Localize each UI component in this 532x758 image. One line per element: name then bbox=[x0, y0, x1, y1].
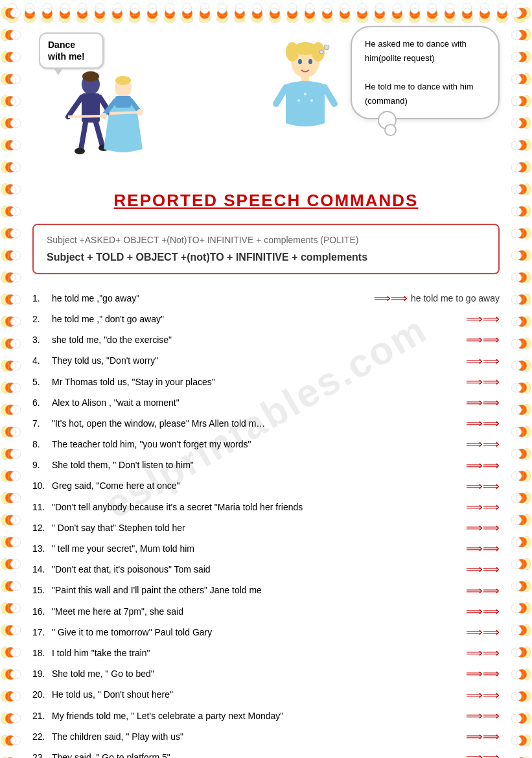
svg-point-126 bbox=[374, 15, 386, 23]
exercise-text: They told us, "Don't worry" bbox=[52, 355, 461, 368]
svg-point-618 bbox=[523, 117, 531, 129]
svg-point-654 bbox=[523, 250, 531, 261]
svg-point-653 bbox=[511, 229, 522, 238]
svg-point-763 bbox=[516, 647, 527, 657]
svg-point-553 bbox=[5, 713, 16, 724]
svg-point-179 bbox=[515, 3, 524, 14]
svg-point-687 bbox=[523, 360, 531, 372]
svg-point-378 bbox=[1, 73, 9, 85]
svg-point-473 bbox=[10, 405, 21, 414]
svg-point-60 bbox=[181, 15, 193, 23]
exercise-arrow: ⟹⟹ bbox=[466, 416, 500, 432]
svg-point-728 bbox=[511, 515, 522, 525]
svg-point-441 bbox=[1, 294, 9, 305]
svg-point-2 bbox=[8, 3, 17, 14]
svg-point-702 bbox=[523, 426, 531, 438]
exercise-number: 21. bbox=[32, 710, 52, 723]
svg-point-612 bbox=[523, 95, 531, 107]
svg-point-710 bbox=[511, 449, 522, 458]
svg-point-588 bbox=[523, 7, 531, 19]
svg-rect-817 bbox=[82, 93, 100, 123]
svg-point-528 bbox=[1, 624, 9, 636]
svg-point-16 bbox=[42, 8, 52, 19]
svg-point-590 bbox=[511, 8, 522, 18]
svg-point-372 bbox=[1, 51, 9, 63]
exercise-text: he told me ,"go away" bbox=[52, 292, 369, 305]
svg-point-634 bbox=[516, 162, 527, 172]
svg-point-516 bbox=[1, 580, 9, 592]
svg-point-465 bbox=[1, 382, 9, 394]
svg-point-43 bbox=[130, 8, 140, 19]
svg-point-735 bbox=[523, 536, 531, 548]
page-title: REPORTED SPEECH COMMANDS bbox=[114, 191, 419, 210]
exercise-arrow: ⟹⟹ bbox=[466, 729, 500, 745]
svg-point-446 bbox=[10, 317, 21, 326]
svg-point-5 bbox=[8, 3, 17, 14]
svg-point-373 bbox=[5, 52, 16, 62]
svg-point-46 bbox=[130, 8, 140, 19]
exercise-text: he told me ," don't go away" bbox=[52, 313, 461, 326]
svg-point-651 bbox=[523, 228, 531, 239]
svg-point-494 bbox=[10, 493, 21, 503]
svg-point-496 bbox=[5, 493, 16, 503]
svg-point-678 bbox=[523, 338, 531, 349]
svg-point-672 bbox=[523, 316, 531, 327]
svg-point-76 bbox=[217, 8, 227, 19]
svg-point-58 bbox=[165, 8, 175, 19]
svg-point-624 bbox=[523, 139, 531, 151]
svg-point-44 bbox=[130, 3, 139, 14]
svg-point-115 bbox=[340, 8, 350, 19]
svg-point-409 bbox=[5, 184, 16, 195]
svg-point-74 bbox=[218, 3, 227, 14]
svg-point-508 bbox=[5, 537, 16, 547]
svg-point-178 bbox=[515, 8, 525, 19]
svg-point-596 bbox=[511, 30, 522, 40]
svg-point-476 bbox=[10, 427, 21, 436]
svg-point-589 bbox=[516, 8, 527, 18]
svg-point-533 bbox=[10, 626, 21, 635]
svg-point-376 bbox=[5, 52, 16, 62]
svg-point-120 bbox=[356, 15, 368, 23]
svg-point-24 bbox=[76, 15, 88, 23]
svg-point-562 bbox=[5, 735, 16, 746]
svg-point-450 bbox=[1, 338, 9, 349]
svg-point-664 bbox=[516, 272, 527, 283]
dancer-svg bbox=[32, 65, 162, 175]
svg-point-675 bbox=[523, 316, 531, 327]
svg-point-601 bbox=[516, 52, 527, 62]
svg-point-714 bbox=[523, 470, 531, 482]
svg-point-426 bbox=[1, 250, 9, 261]
svg-point-449 bbox=[10, 317, 21, 326]
svg-point-158 bbox=[463, 3, 472, 14]
svg-point-517 bbox=[5, 581, 16, 591]
svg-line-818 bbox=[68, 97, 82, 117]
svg-point-770 bbox=[511, 670, 522, 679]
svg-point-148 bbox=[427, 8, 437, 19]
svg-point-526 bbox=[5, 603, 16, 613]
svg-point-514 bbox=[5, 559, 16, 569]
svg-point-171 bbox=[496, 15, 508, 23]
svg-point-483 bbox=[1, 448, 9, 460]
svg-point-838 bbox=[298, 59, 302, 64]
svg-line-844 bbox=[276, 88, 286, 104]
svg-point-143 bbox=[410, 3, 419, 14]
svg-point-721 bbox=[516, 493, 527, 503]
svg-point-117 bbox=[339, 15, 351, 23]
svg-point-371 bbox=[10, 30, 21, 40]
svg-point-80 bbox=[235, 3, 244, 14]
svg-point-724 bbox=[516, 493, 527, 503]
svg-point-173 bbox=[498, 3, 507, 14]
exercise-text: "Paint this wall and I'll paint the othe… bbox=[52, 584, 461, 597]
svg-point-389 bbox=[10, 97, 21, 106]
svg-point-502 bbox=[5, 515, 16, 525]
exercise-item: 15."Paint this wall and I'll paint the o… bbox=[32, 583, 500, 599]
svg-point-406 bbox=[5, 162, 16, 172]
exercise-item: 5.Mr Thomas told us, "Stay in your place… bbox=[32, 374, 500, 390]
svg-point-52 bbox=[147, 8, 157, 19]
left-illustration: Dance with me! bbox=[32, 26, 214, 178]
svg-point-557 bbox=[10, 714, 21, 723]
svg-point-169 bbox=[497, 8, 507, 19]
svg-point-512 bbox=[10, 560, 21, 569]
svg-point-622 bbox=[516, 118, 527, 128]
svg-point-440 bbox=[10, 295, 21, 304]
